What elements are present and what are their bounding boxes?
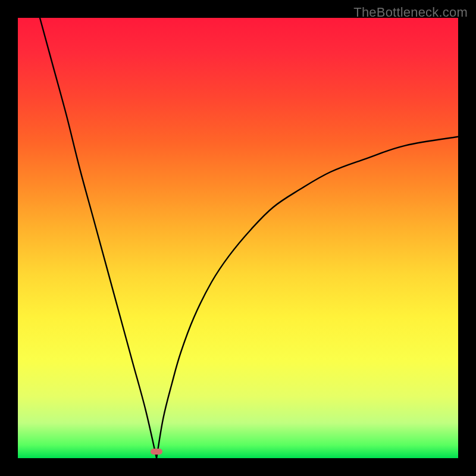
watermark-text: TheBottleneck.com — [353, 5, 468, 20]
optimal-point-marker — [151, 449, 162, 455]
bottleneck-curve — [18, 18, 458, 458]
plot-area — [18, 18, 458, 458]
chart-frame: TheBottleneck.com — [0, 0, 476, 476]
curve-path — [40, 18, 458, 458]
